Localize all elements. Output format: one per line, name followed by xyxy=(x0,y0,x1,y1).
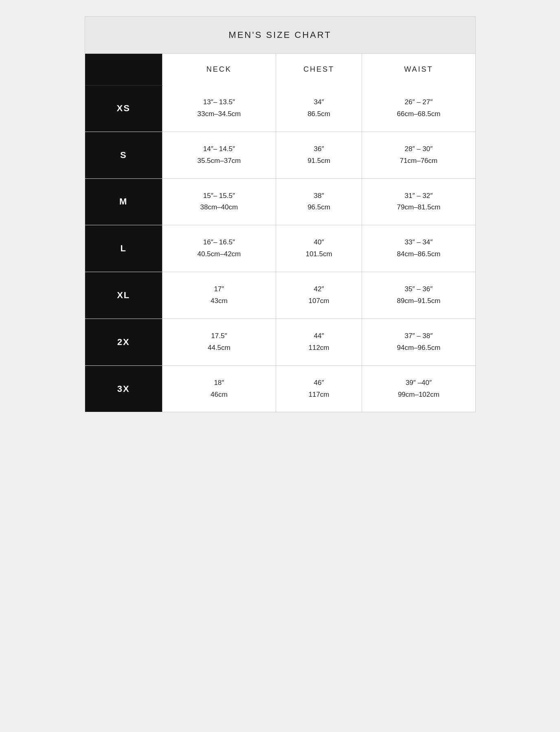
size-label: 3X xyxy=(85,365,163,412)
neck-measurement: 13″– 13.5″33cm–34.5cm xyxy=(163,85,276,132)
size-table: NECK CHEST WAIST XS13″– 13.5″33cm–34.5cm… xyxy=(85,54,475,412)
waist-measurement: 37″ – 38″94cm–96.5cm xyxy=(362,319,475,365)
table-row: M15″– 15.5″38cm–40cm38″96.5cm31″ – 32″79… xyxy=(85,178,475,225)
chest-measurement: 34″86.5cm xyxy=(276,85,362,132)
waist-measurement: 28″ – 30″71cm–76cm xyxy=(362,132,475,178)
table-row: 2X17.5″44.5cm44″112cm37″ – 38″94cm–96.5c… xyxy=(85,319,475,365)
chart-title: MEN'S SIZE CHART xyxy=(228,30,331,40)
size-label: L xyxy=(85,225,163,272)
neck-measurement: 17″43cm xyxy=(163,272,276,319)
size-label: S xyxy=(85,132,163,178)
neck-measurement: 18″46cm xyxy=(163,365,276,412)
table-row: 3X18″46cm46″117cm39″ –40″99cm–102cm xyxy=(85,365,475,412)
table-row: L16″– 16.5″40.5cm–42cm40″101.5cm33″ – 34… xyxy=(85,225,475,272)
chest-measurement: 44″112cm xyxy=(276,319,362,365)
header-size-cell xyxy=(85,54,163,85)
header-chest: CHEST xyxy=(276,54,362,85)
header-row: NECK CHEST WAIST xyxy=(85,54,475,85)
chest-measurement: 46″117cm xyxy=(276,365,362,412)
header-neck: NECK xyxy=(163,54,276,85)
chart-title-row: MEN'S SIZE CHART xyxy=(85,17,475,54)
size-label: XL xyxy=(85,272,163,319)
neck-measurement: 16″– 16.5″40.5cm–42cm xyxy=(163,225,276,272)
size-label: M xyxy=(85,178,163,225)
waist-measurement: 31″ – 32″79cm–81.5cm xyxy=(362,178,475,225)
waist-measurement: 26″ – 27″66cm–68.5cm xyxy=(362,85,475,132)
neck-measurement: 17.5″44.5cm xyxy=(163,319,276,365)
table-row: S14″– 14.5″35.5cm–37cm36″91.5cm28″ – 30″… xyxy=(85,132,475,178)
table-row: XS13″– 13.5″33cm–34.5cm34″86.5cm26″ – 27… xyxy=(85,85,475,132)
size-label: XS xyxy=(85,85,163,132)
chest-measurement: 36″91.5cm xyxy=(276,132,362,178)
header-waist: WAIST xyxy=(362,54,475,85)
waist-measurement: 35″ – 36″89cm–91.5cm xyxy=(362,272,475,319)
size-chart: MEN'S SIZE CHART NECK CHEST WAIST XS13″–… xyxy=(85,16,476,412)
chest-measurement: 42″107cm xyxy=(276,272,362,319)
size-label: 2X xyxy=(85,319,163,365)
neck-measurement: 14″– 14.5″35.5cm–37cm xyxy=(163,132,276,178)
chest-measurement: 38″96.5cm xyxy=(276,178,362,225)
chest-measurement: 40″101.5cm xyxy=(276,225,362,272)
waist-measurement: 39″ –40″99cm–102cm xyxy=(362,365,475,412)
table-row: XL17″43cm42″107cm35″ – 36″89cm–91.5cm xyxy=(85,272,475,319)
waist-measurement: 33″ – 34″84cm–86.5cm xyxy=(362,225,475,272)
neck-measurement: 15″– 15.5″38cm–40cm xyxy=(163,178,276,225)
